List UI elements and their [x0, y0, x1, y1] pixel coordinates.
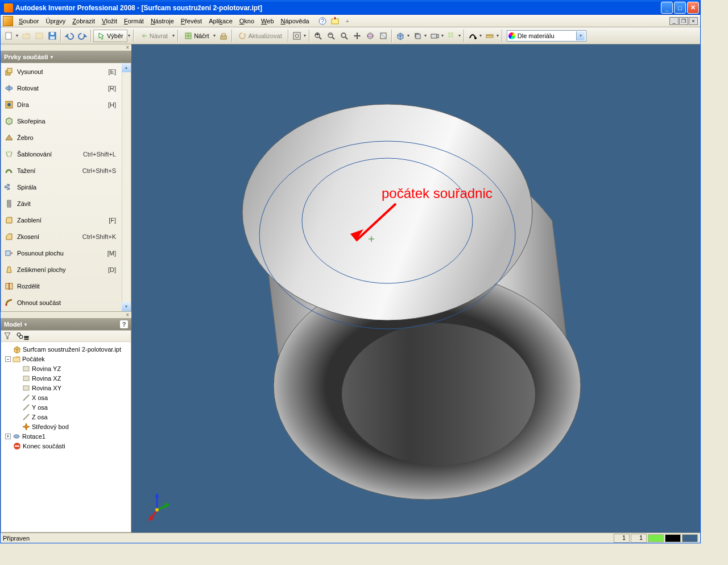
menu-window[interactable]: Okno — [236, 17, 258, 26]
material-dropdown-button[interactable]: ▾ — [576, 31, 585, 40]
measure-button[interactable] — [483, 30, 496, 42]
feature-coil[interactable]: Spirála — [1, 179, 131, 195]
help-icon[interactable]: ? — [316, 15, 329, 27]
feature-shell[interactable]: Skořepina — [1, 113, 131, 129]
svg-point-38 — [474, 37, 477, 39]
feature-loft[interactable]: ŠablonováníCtrl+Shift+L — [1, 146, 131, 162]
tree-expander[interactable]: − — [5, 356, 11, 362]
tree-revolve[interactable]: +Rotace1 — [3, 431, 129, 441]
tree-expander[interactable]: + — [5, 434, 11, 439]
select-button[interactable]: Výběr — [93, 30, 127, 42]
features-header[interactable]: Prvky součásti ▾ — [1, 51, 131, 63]
feature-rib[interactable]: Žebro — [1, 129, 131, 146]
menu-view[interactable]: Zobrazit — [69, 17, 98, 26]
maximize-button[interactable]: □ — [674, 2, 686, 14]
menu-tools[interactable]: Nástroje — [147, 17, 177, 26]
open2-button[interactable] — [33, 30, 46, 42]
measure-dropdown[interactable]: ▾ — [497, 33, 500, 38]
new-dropdown[interactable]: ▾ — [16, 33, 19, 38]
save-button[interactable] — [46, 30, 59, 42]
tree-label: Rotace1 — [22, 433, 46, 440]
svg-line-18 — [319, 37, 321, 39]
tree-origin-child[interactable]: X osa — [3, 393, 129, 402]
feature-draft[interactable]: Zešikmení plochy[D] — [1, 261, 131, 278]
tree-origin-child[interactable]: Z osa — [3, 412, 129, 422]
features-scroll-up[interactable]: ▴ — [122, 63, 131, 72]
menu-insert[interactable]: Vložit — [98, 17, 121, 26]
tree-end-of-part[interactable]: Konec součásti — [3, 441, 129, 451]
analyze-dropdown[interactable]: ▾ — [479, 33, 483, 38]
features-scrollbar[interactable] — [122, 63, 131, 311]
feature-extrude[interactable]: Vysunout[E] — [1, 63, 131, 80]
menu-file[interactable]: Soubor — [15, 17, 42, 26]
tree-origin-child[interactable]: Rovina XZ — [3, 373, 129, 383]
feature-fillet[interactable]: Zaoblení[F] — [1, 212, 131, 228]
feature-moveface[interactable]: Posunout plochu[M] — [1, 245, 131, 261]
menu-apps[interactable]: Aplikace — [205, 17, 236, 26]
shadow-button[interactable] — [411, 30, 424, 42]
zoom-all-dropdown[interactable]: ▾ — [304, 33, 307, 38]
shade-dropdown[interactable]: ▾ — [407, 33, 411, 38]
model-help-icon[interactable]: ? — [120, 320, 128, 328]
menu-format[interactable]: Formát — [121, 17, 147, 26]
shade-button[interactable] — [394, 30, 407, 42]
whatsnew-icon[interactable] — [329, 15, 341, 27]
feature-hole[interactable]: Díra[H] — [1, 96, 131, 113]
tree-root[interactable]: Surfcam soustružení 2-polotovar.ipt — [3, 344, 129, 354]
tree-origin-child[interactable]: Středový bod — [3, 422, 129, 431]
feature-bend[interactable]: Ohnout součást — [1, 294, 131, 311]
feature-sweep[interactable]: TaženíCtrl+Shift+S — [1, 162, 131, 179]
shadow-dropdown[interactable]: ▾ — [424, 33, 428, 38]
filter-icon[interactable] — [3, 332, 11, 341]
mdi-close-button[interactable]: × — [689, 17, 698, 25]
material-combo[interactable]: Dle materiálu ▾ — [507, 30, 586, 42]
feature-split[interactable]: Rozdělit — [1, 278, 131, 294]
menu-help[interactable]: Nápověda — [278, 17, 313, 26]
pan-button[interactable] — [351, 30, 363, 42]
model-close[interactable]: × — [1, 312, 131, 319]
tree-origin-child[interactable]: Rovina YZ — [3, 364, 129, 373]
add-icon: + — [341, 15, 354, 27]
features-scroll-down[interactable]: ▾ — [122, 302, 131, 311]
sketch-dropdown[interactable]: ▾ — [213, 33, 217, 38]
find-icon[interactable]: 𝍂 — [16, 332, 29, 341]
sketch-label: Náčrt — [194, 32, 209, 39]
feature-revolve[interactable]: Rotovat[R] — [1, 80, 131, 96]
feature-chamfer[interactable]: ZkoseníCtrl+Shift+K — [1, 228, 131, 245]
close-button[interactable]: ✕ — [687, 2, 699, 14]
tree-origin-child[interactable]: Rovina XY — [3, 383, 129, 393]
sketch-button[interactable]: Náčrt — [180, 30, 213, 42]
camera-dropdown[interactable]: ▾ — [441, 33, 445, 38]
feature-thread[interactable]: Závit — [1, 195, 131, 212]
zoom-all-button[interactable] — [291, 30, 303, 42]
model-header[interactable]: Model ▾ ? — [1, 319, 131, 330]
zoom-sel-button[interactable] — [338, 30, 350, 42]
tree-origin-child[interactable]: Y osa — [3, 402, 129, 412]
tree-label: Z osa — [32, 414, 48, 420]
zoom-dyn-button[interactable]: − — [325, 30, 337, 42]
sketch-tool1[interactable] — [217, 30, 230, 42]
annotation-arrow — [348, 201, 404, 252]
analyze-button[interactable] — [466, 30, 479, 42]
open-button[interactable] — [20, 30, 32, 42]
undo-button[interactable] — [63, 30, 76, 42]
tree-origin[interactable]: −Počátek — [3, 354, 129, 364]
mdi-restore-button[interactable]: ❐ — [679, 17, 688, 25]
orbit-button[interactable] — [364, 30, 377, 42]
new-button[interactable] — [3, 30, 15, 42]
mdi-minimize-button[interactable]: _ — [669, 17, 679, 25]
zoom-window-button[interactable]: + — [312, 30, 324, 42]
lookat-button[interactable] — [377, 30, 390, 42]
minimize-button[interactable]: _ — [661, 2, 673, 14]
viewport[interactable]: počátek souřadnic — [131, 44, 700, 533]
camera-button[interactable] — [428, 30, 441, 42]
menu-convert[interactable]: Převést — [177, 17, 205, 26]
select-dropdown[interactable]: ▾ — [128, 33, 131, 38]
menu-web[interactable]: Web — [258, 17, 277, 26]
redo-button[interactable] — [76, 30, 89, 42]
menu-edit[interactable]: Úpravy — [42, 17, 69, 26]
features-close[interactable]: × — [1, 44, 131, 51]
grid-dropdown[interactable]: ▾ — [458, 33, 462, 38]
svg-line-21 — [332, 37, 334, 39]
grid-button[interactable] — [445, 30, 458, 42]
